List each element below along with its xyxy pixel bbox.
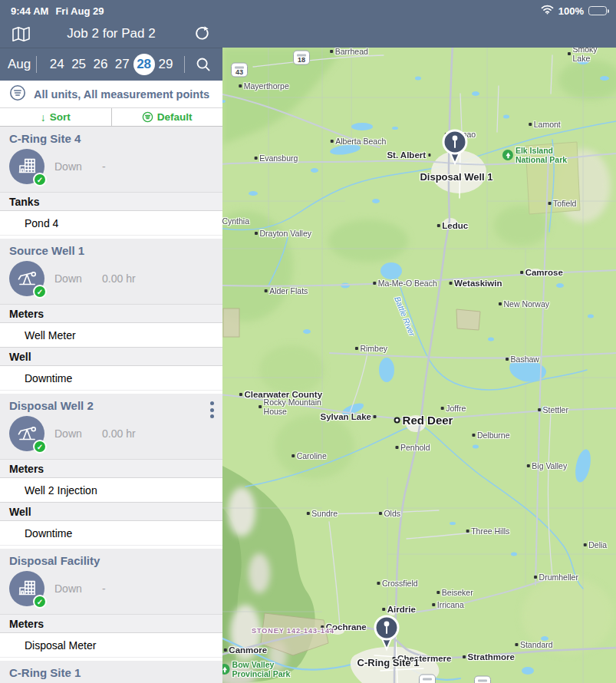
status-date: Fri Aug 29: [55, 5, 104, 17]
day-29[interactable]: 29: [155, 54, 176, 75]
map-pin-marker[interactable]: [440, 129, 470, 169]
map-label-town: Delburne: [472, 431, 509, 440]
map-label-town: Alberta Beach: [331, 137, 386, 146]
highway-shield: [474, 676, 491, 683]
section-status-row: ✓Down-: [9, 571, 213, 606]
day-24[interactable]: 24: [46, 54, 68, 75]
map-label-text: Rocky Mountain House: [264, 398, 321, 416]
menu-dot: [210, 401, 214, 405]
refresh-button[interactable]: [190, 22, 213, 45]
town-dot: [568, 52, 571, 55]
day-28[interactable]: 28: [133, 54, 155, 75]
section-title: Disposal Facility: [9, 554, 213, 567]
town-dot: [538, 408, 541, 411]
map-label-park: Elk Island National Park: [502, 146, 567, 164]
asset-section-header[interactable]: C-Ring Site 4✓Down-: [0, 127, 222, 193]
map-label-town: Drumheller: [534, 572, 578, 582]
map-label-text: Red Deer: [403, 414, 453, 427]
map-label-town: Joffre: [441, 404, 466, 413]
map-label-text: Drumheller: [539, 572, 578, 582]
measurement-point-item[interactable]: Well Meter: [0, 323, 222, 348]
map-label-town: Barrhead: [330, 48, 368, 56]
measurement-point-item[interactable]: Pond 4: [0, 211, 222, 236]
search-button[interactable]: [192, 53, 215, 76]
filter-bar[interactable]: All units, All measurement points: [0, 81, 222, 108]
map-label-text: Delia: [588, 540, 607, 549]
town-dot: [374, 415, 377, 418]
town-dot: [534, 576, 537, 579]
filter-icon: [9, 84, 26, 104]
measurement-point-item[interactable]: Downtime: [0, 366, 222, 391]
sort-button[interactable]: ↓ Sort: [0, 108, 112, 126]
group-header: Well: [0, 502, 222, 521]
date-bar: Aug 242526272829: [0, 48, 222, 81]
asset-section-header[interactable]: Disposal Well 2✓Down0.00 hr: [0, 394, 222, 460]
map-label-town: Drayton Valley: [255, 229, 311, 238]
asset-section-header[interactable]: C-Ring Site 1: [0, 661, 222, 683]
group-header: Meters: [0, 459, 222, 478]
more-menu-button[interactable]: [209, 400, 216, 420]
town-dot: [437, 224, 440, 227]
town-dot: [499, 302, 502, 305]
town-dot: [377, 582, 380, 585]
menu-dot: [210, 408, 214, 412]
map-label-city: Sylvan Lake: [321, 412, 377, 421]
map-marker-label: C-Ring Site 1: [357, 657, 420, 668]
map-label-city: Camrose: [520, 268, 563, 277]
status-hours: -: [102, 582, 106, 595]
map-label-text: Evansburg: [259, 153, 298, 163]
shield-number: 43: [236, 69, 243, 76]
town-dot: [441, 407, 444, 410]
map-label-text: Cynthia: [222, 216, 249, 226]
map-marker-label: Disposal Well 1: [420, 171, 492, 183]
menu-dot: [210, 414, 214, 418]
measurement-point-item[interactable]: Disposal Meter: [0, 633, 222, 658]
map-label-town: Delia: [584, 540, 607, 549]
map-label-text: Elk Island National Park: [516, 146, 567, 164]
map-label-text: Smoky Lake: [573, 48, 601, 63]
section-title: C-Ring Site 4: [9, 132, 213, 145]
battery-icon: [588, 6, 607, 15]
map-label-city: Wetaskiwin: [450, 279, 502, 288]
map-label-text: Penhold: [400, 443, 430, 452]
measurement-point-item[interactable]: Well 2 Injection: [0, 478, 222, 503]
status-label: Down: [54, 160, 94, 173]
map-label-city: Canmore: [224, 645, 267, 655]
town-dot: [395, 446, 398, 449]
list-toolbar: ↓ Sort Default: [0, 108, 222, 127]
day-27[interactable]: 27: [111, 54, 133, 75]
map-canvas[interactable]: BarrheadSmoky LakeMayerthorpeLamontNamao…: [222, 48, 616, 683]
default-button[interactable]: Default: [112, 108, 223, 126]
status-ok-badge: ✓: [33, 173, 47, 186]
map-label-town: Standard: [515, 640, 552, 649]
town-dot: [379, 512, 382, 515]
town-dot: [330, 50, 333, 53]
map-toggle-button[interactable]: [9, 22, 32, 45]
map-label-city: Airdrie: [382, 605, 416, 614]
map-label-text: Sundre: [311, 509, 338, 518]
shield-number: 18: [298, 57, 305, 64]
measurement-point-item[interactable]: Downtime: [0, 521, 222, 546]
section-status-row: ✓Down-: [9, 149, 213, 184]
map-label-text: Olds: [384, 509, 400, 518]
map-label-text: Alder Flats: [269, 286, 308, 295]
day-25[interactable]: 25: [68, 54, 90, 75]
asset-section-header[interactable]: Disposal Facility✓Down-: [0, 549, 222, 615]
status-hours: 0.00 hr: [102, 427, 136, 440]
map-label-text: Caroline: [297, 451, 327, 460]
town-dot: [548, 202, 552, 205]
map-label-text: Sylvan Lake: [321, 412, 371, 421]
status-label: Down: [54, 272, 94, 285]
map-label-town: New Norway: [499, 299, 549, 309]
day-26[interactable]: 26: [90, 54, 111, 75]
asset-section-header[interactable]: Source Well 1✓Down0.00 hr: [0, 239, 222, 305]
map-label-text: Standard: [520, 640, 553, 649]
map-label-town: Three Hills: [466, 526, 510, 536]
map-label-text: St. Albert: [387, 150, 426, 160]
park-tree-icon: [502, 150, 513, 160]
map-pin-marker[interactable]: [371, 615, 402, 655]
group-header: Tanks: [0, 192, 222, 211]
town-dot: [463, 655, 466, 658]
park-tree-icon: [222, 664, 230, 675]
town-dot: [529, 123, 532, 126]
